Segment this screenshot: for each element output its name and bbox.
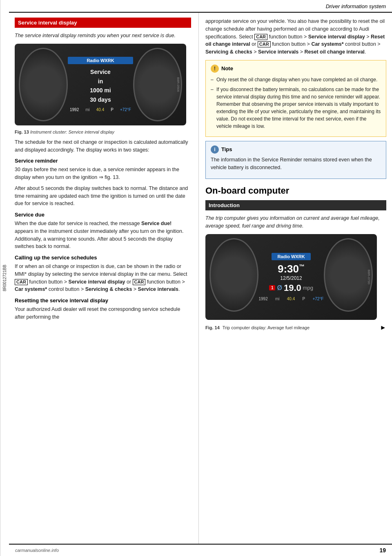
page-title: Driver information system [326,3,386,9]
note-item-2: If you disconnect the battery terminals,… [211,86,381,130]
cluster2-time: 9:30™ [256,263,327,275]
resetting-text: Your authorized Audi dealer will reset t… [15,306,191,321]
page-number: 19 [379,547,386,554]
cluster2-badge: 1 [269,285,276,290]
note-list: Only reset the oil change display when y… [211,76,381,130]
cluster-code-2: B8R-0730 [367,270,370,284]
cluster-bottom-info: 1992 mi 40.4 P +72°F [68,107,133,112]
service-text: Service in 1000 mi 30 days [68,67,133,104]
car-box-r1: CAR [254,34,267,40]
footer-site: carmanualsonline.info [15,548,59,553]
tips-header: i Tips [211,145,381,154]
display-switches-text: After about 5 seconds the display switch… [15,185,191,208]
page-header: Driver information system [9,0,392,13]
service-due-heading: Service due [15,212,191,218]
radio-label-2: Radio WXRK [272,253,310,260]
calling-text: If or when an oil change or inspection i… [15,263,191,293]
car-box-2: CAR [133,279,146,285]
tips-text: The information in the Service Reminder … [211,156,381,172]
schedule-para: The schedule for the next oil change or … [15,138,191,154]
tips-label: Tips [221,146,232,152]
resetting-heading: Resetting the service interval display [15,297,191,304]
next-page-arrow: ► [380,324,386,331]
cluster2-mpg-unit: mpg [303,285,313,291]
cluster2-bottom: 1992 mi 40.4 P +72°F [256,297,327,301]
fig13-caption: Fig. 13 Fig. 13 Instrument cluster: Serv… [15,130,191,134]
cluster2-center: Radio WXRK 9:30™ 12/5/2012 1 Ø 19.0 mpg [256,253,327,301]
note-box: ! Note Only reset the oil change display… [205,60,386,137]
cluster-code-1: B8R-0506 [176,77,180,92]
cluster2-mpg-row: 1 Ø 19.0 mpg [256,283,327,293]
page-footer: carmanualsonline.info 19 [9,544,392,556]
note-item-1: Only reset the oil change display when y… [211,76,381,83]
intro-section-title: Introduction [205,200,386,210]
calling-heading: Calling up the service schedules [15,255,191,261]
service-due-text: When the due date for service is reached… [15,220,191,250]
instrument-cluster-1: Radio WXRK Service in 1000 mi 30 days 19… [15,44,186,125]
service-reminder-text: 30 days before the next service is due, … [15,166,191,181]
note-label: Note [221,65,233,71]
left-column: Service interval display The service int… [9,13,199,544]
section-title-service-interval: Service interval display [15,18,191,28]
radio-label: Radio WXRK [68,57,133,64]
right-intro-text: appropriate service on your vehicle. You… [205,18,386,56]
left-gauge-2 [209,238,258,312]
car-box-r2: CAR [258,41,271,47]
intro-text: The service interval display reminds you… [15,32,191,40]
right-gauge-2 [324,238,373,312]
cluster2-mpg-value: 19.0 [284,283,301,293]
sidebar-document-code: 8R0012721BB [0,0,9,556]
note-header: ! Note [211,65,381,73]
right-column: appropriate service on your vehicle. You… [199,13,392,544]
car-box-1: CAR [15,279,28,285]
cluster2-phi: Ø [277,284,282,292]
cluster2-date: 12/5/2012 [256,275,327,281]
instrument-cluster-2: Radio WXRK 9:30™ 12/5/2012 1 Ø 19.0 mpg [205,234,377,320]
cluster-center-display: Radio WXRK Service in 1000 mi 30 days 19… [68,57,133,112]
intro-italic-text: The trip computer gives you information … [205,214,386,230]
tips-icon: i [211,145,219,154]
service-reminder-heading: Service reminder [15,158,191,164]
left-gauge [19,48,68,121]
tips-box: i Tips The information in the Service Re… [205,141,386,179]
onboard-heading: On-board computer [205,185,386,196]
fig14-caption: Fig. 14 Fig. 14 Trip computer display: A… [205,324,386,331]
note-icon: ! [211,65,219,73]
right-gauge [133,48,182,121]
